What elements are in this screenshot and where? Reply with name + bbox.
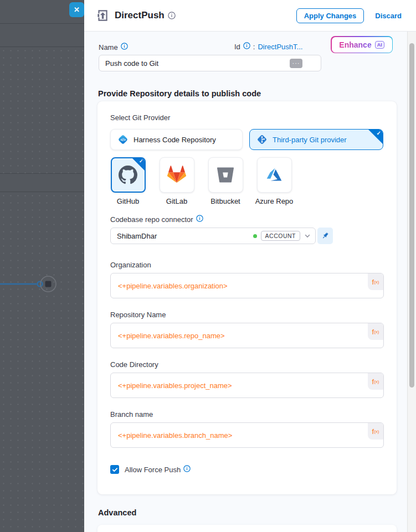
- discard-button[interactable]: Discard: [375, 12, 402, 20]
- canvas-divider: [0, 23, 84, 24]
- close-panel-button[interactable]: ✕: [69, 2, 84, 17]
- gitlab-icon: [167, 166, 186, 184]
- branch-name-value: <+pipeline.variables.branch_name>: [118, 431, 232, 440]
- pushpin-icon: [321, 231, 330, 240]
- force-push-info-icon[interactable]: [183, 464, 191, 474]
- pin-connector-button[interactable]: [317, 228, 333, 244]
- connector-info-icon[interactable]: [196, 214, 203, 224]
- fx-sub: (x): [374, 329, 379, 334]
- step-id-row: Id : DirectPushT...: [234, 42, 302, 51]
- third-party-git-icon: [256, 134, 268, 145]
- pipeline-canvas: [0, 0, 84, 532]
- id-label: Id: [234, 43, 240, 51]
- name-info-icon[interactable]: [121, 42, 128, 52]
- repo-section-heading: Provide Repository details to publish co…: [98, 89, 261, 98]
- connector-scope-badge: ACCOUNT: [261, 231, 300, 241]
- id-value[interactable]: DirectPushT...: [258, 43, 302, 51]
- organization-input[interactable]: <+pipeline.variables.organization> f(x): [110, 273, 384, 298]
- field-label-code-directory: Code Directory: [110, 360, 384, 369]
- branch-name-input[interactable]: <+pipeline.variables.branch_name> f(x): [110, 422, 384, 448]
- scrollbar-thumb[interactable]: [409, 43, 414, 388]
- vendor-label: Bitbucket: [210, 197, 240, 205]
- vendor-gitlab: GitLab: [159, 157, 194, 205]
- advanced-card: [97, 525, 397, 532]
- fx-button[interactable]: f(x): [368, 323, 383, 340]
- step-title: DirectPush: [115, 10, 165, 21]
- canvas-divider: [0, 192, 84, 192]
- harness-code-icon: </>: [117, 134, 129, 145]
- fx-button[interactable]: f(x): [368, 373, 383, 390]
- select-git-provider-label: Select Git Provider: [110, 113, 384, 122]
- advanced-section-heading[interactable]: Advanced: [98, 508, 136, 517]
- git-vendor-tiles: ✓ GitHub: [110, 157, 384, 205]
- panel-scroll-area: Name Id : DirectPushT... Enhance AI Push…: [84, 32, 408, 532]
- name-edit-icon[interactable]: ···: [290, 59, 302, 68]
- force-push-label: Allow Force Push: [125, 466, 181, 474]
- vendor-azure-repo: Azure Repo: [256, 157, 292, 205]
- step-info-icon[interactable]: [168, 12, 176, 19]
- fx-button[interactable]: f(x): [368, 423, 383, 440]
- fx-sub: (x): [374, 280, 379, 285]
- name-input[interactable]: Push code to Git ···: [99, 55, 321, 71]
- repository-name-value: <+pipeline.variables.repo_name>: [118, 332, 225, 340]
- pipeline-end-node[interactable]: [0, 272, 66, 296]
- organization-value: <+pipeline.variables.organization>: [118, 282, 228, 290]
- connector-label: Codebase repo connector: [110, 215, 193, 224]
- code-directory-input[interactable]: <+pipeline.variables.project_name> f(x): [110, 373, 384, 398]
- vendor-github: ✓ GitHub: [110, 157, 146, 205]
- github-tile[interactable]: ✓: [111, 157, 146, 193]
- id-info-icon[interactable]: [243, 42, 250, 51]
- fx-button[interactable]: f(x): [368, 273, 383, 290]
- fx-sub: (x): [374, 379, 379, 384]
- bitbucket-tile[interactable]: [208, 157, 243, 193]
- vendor-bitbucket: Bitbucket: [208, 157, 243, 205]
- bitbucket-icon: [217, 167, 234, 183]
- chevron-down-icon[interactable]: [304, 233, 311, 239]
- field-label-organization: Organization: [110, 261, 384, 269]
- connector-row: ShibamDhar ACCOUNT: [110, 228, 333, 244]
- connector-select[interactable]: ShibamDhar ACCOUNT: [110, 228, 316, 244]
- name-field-label: Name: [99, 42, 128, 52]
- repository-name-input[interactable]: <+pipeline.variables.repo_name> f(x): [110, 323, 384, 348]
- vendor-label: GitLab: [166, 197, 187, 205]
- vendor-label: GitHub: [117, 197, 139, 205]
- azure-repo-icon: [265, 166, 283, 184]
- step-config-panel: DirectPush Apply Changes Discard Name Id…: [84, 0, 416, 532]
- apply-changes-button[interactable]: Apply Changes: [296, 8, 364, 23]
- selected-check-icon: ✓: [377, 130, 381, 136]
- canvas-divider: [0, 47, 84, 47]
- allow-force-push-checkbox[interactable]: [110, 465, 119, 474]
- enhance-ai-button[interactable]: Enhance AI: [331, 36, 393, 53]
- connector-label-row: Codebase repo connector: [110, 214, 384, 224]
- canvas-dot-grid: [0, 47, 84, 173]
- provider-option-third-party[interactable]: Third-party Git provider ✓: [249, 129, 383, 150]
- azure-repo-tile[interactable]: [257, 157, 292, 193]
- connector-status-dot: [253, 234, 257, 238]
- provider-option-label: Harness Code Repository: [133, 136, 216, 144]
- close-icon: ✕: [74, 6, 80, 14]
- canvas-dot-grid: [0, 192, 84, 532]
- connector-value: ShibamDhar: [117, 232, 253, 240]
- panel-scrollbar[interactable]: [407, 32, 416, 532]
- provider-option-harness-code[interactable]: </> Harness Code Repository: [110, 129, 243, 150]
- id-separator: :: [253, 43, 255, 51]
- field-label-repository-name: Repository Name: [110, 311, 384, 319]
- canvas-divider: [0, 173, 84, 174]
- gitlab-tile[interactable]: [160, 157, 194, 193]
- git-provider-options: </> Harness Code Repository: [110, 129, 384, 150]
- fx-sub: (x): [374, 429, 379, 434]
- repo-details-card: Select Git Provider </> Harness Code Rep…: [97, 101, 397, 494]
- ai-badge: AI: [375, 41, 384, 49]
- enhance-ai-button-inner: Enhance AI: [332, 37, 392, 53]
- name-label-text: Name: [99, 43, 118, 51]
- panel-header: DirectPush Apply Changes Discard: [84, 0, 416, 32]
- code-directory-value: <+pipeline.variables.project_name>: [118, 381, 232, 390]
- field-label-branch-name: Branch name: [110, 410, 384, 419]
- enhance-label: Enhance: [339, 40, 371, 49]
- selected-check-icon: ✓: [139, 158, 143, 164]
- provider-option-label: Third-party Git provider: [273, 136, 347, 144]
- vendor-label: Azure Repo: [255, 197, 294, 205]
- svg-text:</>: </>: [120, 138, 126, 142]
- name-input-value: Push code to Git: [99, 59, 290, 68]
- force-push-label-row: Allow Force Push: [125, 464, 191, 474]
